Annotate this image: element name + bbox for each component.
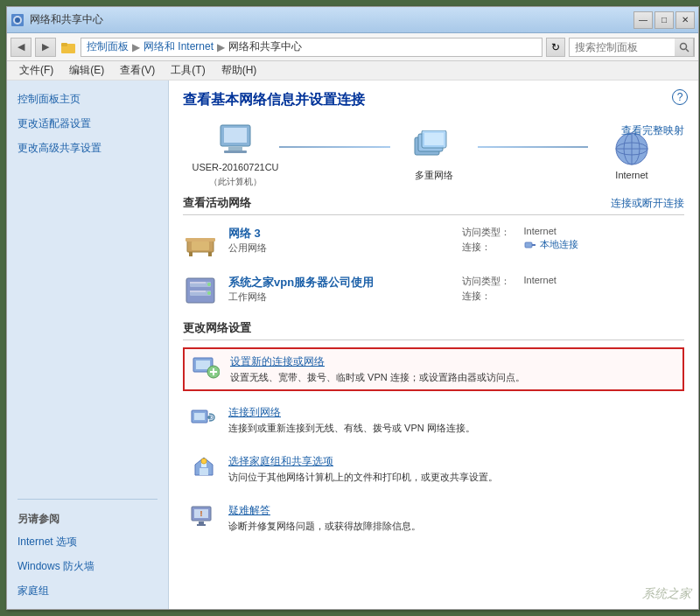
connection-value-row-1: 本地连接: [524, 238, 578, 251]
svg-rect-49: [199, 522, 204, 524]
search-button[interactable]: [675, 38, 694, 57]
refresh-button[interactable]: ↻: [546, 38, 565, 57]
svg-rect-25: [525, 242, 532, 248]
help-icon[interactable]: ?: [672, 89, 688, 105]
homegroup-icon: [190, 454, 218, 479]
connect-disconnect-link[interactable]: 连接或断开连接: [611, 196, 684, 211]
change-settings-title: 更改网络设置: [183, 320, 684, 340]
breadcrumb: 控制面板 ▶ 网络和 Internet ▶ 网络和共享中心: [80, 38, 542, 57]
sidebar-also-see-title: 另请参阅: [7, 507, 168, 528]
settings-entry-1: 设置新的连接或网络 设置无线、宽带、拨号、临时或 VPN 连接；或设置路由器或访…: [183, 347, 684, 391]
computer-label: USER-20160721CU: [192, 162, 278, 172]
connection-label-2: 连接：: [462, 290, 510, 303]
view-map-link[interactable]: 查看完整映射: [621, 123, 684, 138]
computer-icon: [214, 123, 257, 158]
breadcrumb-network-internet[interactable]: 网络和 Internet: [144, 39, 214, 54]
svg-rect-36: [196, 360, 210, 369]
settings-link-3[interactable]: 选择家庭组和共享选项: [228, 454, 677, 469]
detail-col-values-2: Internet: [524, 275, 556, 303]
svg-rect-41: [194, 413, 205, 420]
active-networks-header: 查看活动网络 连接或断开连接: [183, 195, 684, 215]
menu-edit[interactable]: 编辑(E): [62, 61, 111, 80]
net-node-computer: USER-20160721CU （此计算机）: [192, 123, 279, 188]
access-label-1: 访问类型：: [462, 226, 510, 239]
svg-point-2: [15, 18, 20, 23]
title-bar: 网络和共享中心 — □ ✕: [7, 7, 698, 33]
menu-tools[interactable]: 工具(T): [164, 61, 212, 80]
access-label-2: 访问类型：: [462, 275, 510, 288]
sidebar-item-adapter[interactable]: 更改适配器设置: [7, 112, 168, 135]
title-bar-label: 网络和共享中心: [30, 12, 103, 27]
close-button[interactable]: ✕: [676, 11, 695, 29]
watermark: 系统之家: [642, 586, 691, 602]
main-area: 控制面板主页 更改适配器设置 更改高级共享设置 另请参阅 Internet 选项…: [7, 80, 698, 609]
svg-rect-43: [200, 468, 208, 475]
svg-rect-50: [197, 524, 206, 526]
svg-rect-24: [192, 242, 209, 250]
svg-point-31: [207, 283, 211, 286]
minimize-button[interactable]: —: [634, 11, 653, 29]
new-connection-icon: [192, 354, 220, 379]
svg-point-42: [207, 416, 211, 419]
network-info-2: 系统之家vpn服务器公司使用 工作网络: [228, 275, 452, 304]
network-name-1[interactable]: 网络 3: [228, 226, 452, 242]
svg-rect-23: [208, 252, 212, 256]
folder-icon: [60, 38, 77, 56]
active-networks-title: 查看活动网络: [183, 195, 251, 211]
settings-link-4[interactable]: 疑难解答: [228, 503, 677, 518]
network-name-2[interactable]: 系统之家vpn服务器公司使用: [228, 275, 452, 290]
multiple-networks-icon: [412, 130, 456, 165]
network-entry-1: 网络 3 公用网络 访问类型： 连接： Internet: [183, 222, 684, 261]
connection-icon-1: [524, 239, 536, 251]
svg-point-32: [207, 291, 211, 295]
svg-point-45: [201, 458, 206, 464]
forward-button[interactable]: ▶: [35, 38, 56, 57]
settings-entry-4: ! 疑难解答 诊断并修复网络问题，或获得故障排除信息。: [183, 498, 684, 538]
access-value-1: Internet: [524, 226, 578, 236]
network-bench-icon: [183, 226, 218, 257]
sidebar-divider: [18, 499, 158, 500]
breadcrumb-current: 网络和共享中心: [228, 39, 302, 54]
net-node-multiple: 多重网络: [390, 130, 478, 182]
net-node-internet: Internet: [588, 131, 676, 180]
main-window: 网络和共享中心 — □ ✕ ◀ ▶ 控制面板 ▶ 网络和 Internet ▶ …: [6, 6, 699, 610]
sidebar-homegroup[interactable]: 家庭组: [7, 579, 168, 602]
breadcrumb-control-panel[interactable]: 控制面板: [87, 39, 129, 54]
svg-rect-9: [228, 147, 242, 150]
settings-info-2: 连接到网络 连接到或重新连接到无线、有线、拨号或 VPN 网络连接。: [228, 405, 677, 435]
svg-rect-33: [190, 282, 206, 284]
svg-rect-8: [224, 128, 247, 143]
settings-link-1[interactable]: 设置新的连接或网络: [230, 354, 676, 369]
settings-info-4: 疑难解答 诊断并修复网络问题，或获得故障排除信息。: [228, 503, 677, 533]
network-type-2: 工作网络: [228, 290, 452, 304]
svg-rect-4: [61, 43, 67, 46]
menu-file[interactable]: 文件(F): [12, 61, 60, 80]
settings-entry-3: 选择家庭组和共享选项 访问位于其他网络计算机上的文件和打印机，或更改共享设置。: [183, 449, 684, 489]
menu-view[interactable]: 查看(V): [113, 61, 162, 80]
detail-col-access-2: 访问类型： 连接：: [462, 275, 510, 303]
sidebar-item-home[interactable]: 控制面板主页: [7, 88, 168, 110]
sidebar-firewall[interactable]: Windows 防火墙: [7, 555, 168, 578]
content-pane: ? 查看基本网络信息并设置连接 USER-20160721CU （此计算机）: [169, 80, 698, 609]
sidebar-item-sharing[interactable]: 更改高级共享设置: [7, 136, 168, 159]
net-line-2: [478, 146, 589, 148]
network-type-1: 公用网络: [228, 242, 452, 255]
search-input[interactable]: [570, 38, 675, 56]
window-icon: [10, 13, 24, 27]
menu-bar: 文件(F) 编辑(E) 查看(V) 工具(T) 帮助(H): [7, 61, 698, 80]
net-line-1: [279, 146, 390, 148]
svg-point-5: [680, 43, 686, 49]
back-button[interactable]: ◀: [10, 38, 32, 57]
troubleshoot-icon: !: [190, 503, 218, 528]
menu-help[interactable]: 帮助(H): [214, 61, 264, 80]
connection-value-1[interactable]: 本地连接: [540, 238, 578, 251]
search-container: [569, 38, 695, 57]
maximize-button[interactable]: □: [654, 11, 674, 29]
network-entry-2: 系统之家vpn服务器公司使用 工作网络 访问类型： 连接： Internet: [183, 271, 684, 310]
sidebar-internet-options[interactable]: Internet 选项: [7, 530, 168, 553]
settings-info-1: 设置新的连接或网络 设置无线、宽带、拨号、临时或 VPN 连接；或设置路由器或访…: [230, 354, 676, 384]
svg-rect-21: [186, 238, 215, 242]
sidebar: 控制面板主页 更改适配器设置 更改高级共享设置 另请参阅 Internet 选项…: [7, 80, 169, 609]
svg-rect-14: [424, 133, 444, 145]
settings-link-2[interactable]: 连接到网络: [228, 405, 677, 420]
